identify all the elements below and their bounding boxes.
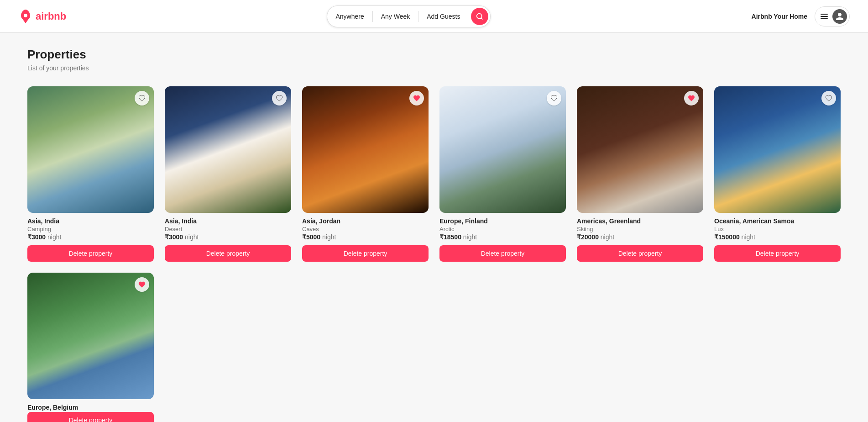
property-card: Asia, Jordan Caves ₹5000 night Delete pr… <box>302 86 429 262</box>
page-title: Properties <box>27 47 841 62</box>
property-type: Skiing <box>577 226 703 232</box>
property-image-wrapper <box>577 86 703 213</box>
property-image <box>714 86 841 213</box>
property-location: Europe, Belgium <box>27 404 154 411</box>
property-type: Arctic <box>439 226 566 232</box>
property-card: Oceania, American Samoa Lux ₹150000 nigh… <box>714 86 841 262</box>
property-image-wrapper <box>27 273 154 399</box>
property-image-wrapper <box>27 86 154 213</box>
property-price: ₹20000 night <box>577 233 703 241</box>
property-image-wrapper <box>302 86 429 213</box>
heart-button[interactable] <box>135 277 149 292</box>
properties-grid: Asia, India Camping ₹3000 night Delete p… <box>27 86 841 422</box>
property-image <box>27 86 154 213</box>
search-week[interactable]: Any Week <box>373 6 418 27</box>
delete-property-button[interactable]: Delete property <box>165 245 291 262</box>
header-menu-button[interactable] <box>815 6 850 26</box>
search-bar: Anywhere Any Week Add Guests <box>327 5 491 27</box>
delete-property-button[interactable]: Delete property <box>714 245 841 262</box>
property-type: Desert <box>165 226 291 232</box>
property-location: Asia, India <box>165 217 291 225</box>
delete-property-button[interactable]: Delete property <box>577 245 703 262</box>
header-right: Airbnb Your Home <box>752 6 850 26</box>
delete-property-button[interactable]: Delete property <box>27 245 154 262</box>
search-icon <box>476 13 483 20</box>
avatar <box>832 9 847 24</box>
property-price: ₹3000 night <box>27 233 154 241</box>
search-button[interactable] <box>471 8 488 25</box>
heart-button[interactable] <box>547 91 561 106</box>
heart-button[interactable] <box>409 91 424 106</box>
airbnb-home-link[interactable]: Airbnb Your Home <box>752 13 807 20</box>
heart-button[interactable] <box>272 91 287 106</box>
property-image-wrapper <box>714 86 841 213</box>
property-card: Americas, Greenland Skiing ₹20000 night … <box>577 86 703 262</box>
property-card: Europe, Finland Arctic ₹18500 night Dele… <box>439 86 566 262</box>
heart-button[interactable] <box>684 91 699 106</box>
property-type: Camping <box>27 226 154 232</box>
property-type: Caves <box>302 226 429 232</box>
search-guests[interactable]: Add Guests <box>418 6 468 27</box>
property-location: Oceania, American Samoa <box>714 217 841 225</box>
property-image <box>302 86 429 213</box>
property-location: Europe, Finland <box>439 217 566 225</box>
property-price: ₹150000 night <box>714 233 841 241</box>
property-image <box>27 273 154 399</box>
search-location[interactable]: Anywhere <box>327 6 372 27</box>
property-image <box>439 86 566 213</box>
property-card: Asia, India Desert ₹3000 night Delete pr… <box>165 86 291 262</box>
page-subtitle: List of your properties <box>27 64 841 72</box>
property-location: Americas, Greenland <box>577 217 703 225</box>
property-location: Asia, Jordan <box>302 217 429 225</box>
property-image <box>577 86 703 213</box>
hamburger-icon <box>821 14 828 19</box>
logo[interactable]: airbnb <box>18 9 66 24</box>
logo-text: airbnb <box>36 11 66 22</box>
property-image-wrapper <box>165 86 291 213</box>
property-image-wrapper <box>439 86 566 213</box>
delete-property-button[interactable]: Delete property <box>302 245 429 262</box>
main-content: Properties List of your properties Asia,… <box>0 33 868 422</box>
property-card: Asia, India Camping ₹3000 night Delete p… <box>27 86 154 262</box>
delete-property-button[interactable]: Delete property <box>27 412 154 422</box>
property-location: Asia, India <box>27 217 154 225</box>
property-card: Europe, Belgium Delete property <box>27 273 154 422</box>
property-image <box>165 86 291 213</box>
heart-button[interactable] <box>821 91 836 106</box>
property-type: Lux <box>714 226 841 232</box>
property-price: ₹18500 night <box>439 233 566 241</box>
property-price: ₹5000 night <box>302 233 429 241</box>
heart-button[interactable] <box>135 91 149 106</box>
header: airbnb Anywhere Any Week Add Guests Airb… <box>0 0 868 33</box>
delete-property-button[interactable]: Delete property <box>439 245 566 262</box>
property-price: ₹3000 night <box>165 233 291 241</box>
